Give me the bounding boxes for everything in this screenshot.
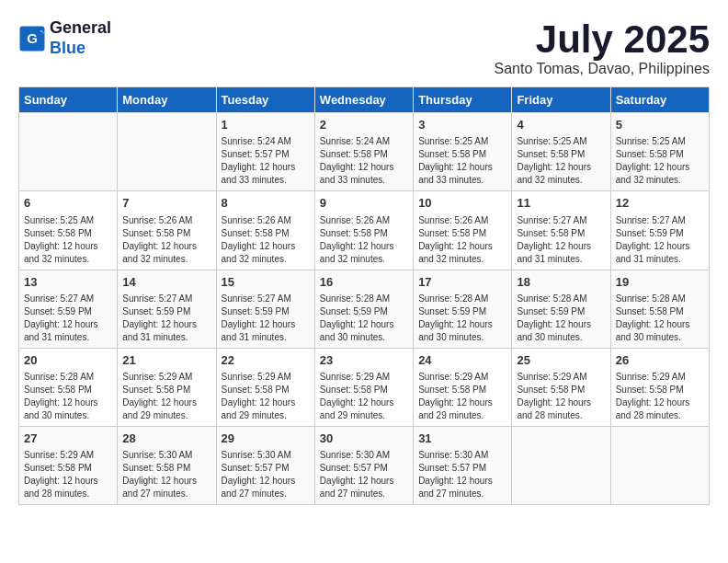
day-info: Sunrise: 5:30 AM Sunset: 5:57 PM Dayligh… xyxy=(418,449,506,500)
day-info: Sunrise: 5:26 AM Sunset: 5:58 PM Dayligh… xyxy=(122,214,210,266)
calendar-cell: 1Sunrise: 5:24 AM Sunset: 5:57 PM Daylig… xyxy=(216,113,314,191)
calendar-cell: 24Sunrise: 5:29 AM Sunset: 5:58 PM Dayli… xyxy=(414,348,512,426)
day-number: 12 xyxy=(616,195,704,212)
day-info: Sunrise: 5:28 AM Sunset: 5:59 PM Dayligh… xyxy=(320,293,408,344)
page-header: G General Blue July 2025 Santo Tomas, Da… xyxy=(18,18,710,77)
day-number: 13 xyxy=(24,274,112,291)
calendar-cell: 28Sunrise: 5:30 AM Sunset: 5:58 PM Dayli… xyxy=(118,426,216,504)
day-header-saturday: Saturday xyxy=(610,87,709,113)
day-info: Sunrise: 5:25 AM Sunset: 5:58 PM Dayligh… xyxy=(24,214,112,266)
day-number: 8 xyxy=(222,195,310,212)
calendar-cell: 5Sunrise: 5:25 AM Sunset: 5:58 PM Daylig… xyxy=(610,113,709,191)
day-number: 3 xyxy=(418,117,506,133)
day-info: Sunrise: 5:29 AM Sunset: 5:58 PM Dayligh… xyxy=(122,371,210,422)
day-number: 22 xyxy=(222,352,310,369)
day-number: 6 xyxy=(24,195,112,212)
day-number: 27 xyxy=(24,431,112,447)
calendar-cell: 4Sunrise: 5:25 AM Sunset: 5:58 PM Daylig… xyxy=(512,113,610,191)
day-number: 30 xyxy=(320,431,408,447)
day-number: 11 xyxy=(517,195,605,212)
day-info: Sunrise: 5:29 AM Sunset: 5:58 PM Dayligh… xyxy=(616,371,704,422)
day-header-thursday: Thursday xyxy=(414,87,512,113)
day-number: 29 xyxy=(222,431,310,447)
day-number: 31 xyxy=(418,431,506,447)
day-info: Sunrise: 5:25 AM Sunset: 5:58 PM Dayligh… xyxy=(616,135,704,187)
calendar-cell: 2Sunrise: 5:24 AM Sunset: 5:58 PM Daylig… xyxy=(314,113,413,191)
day-info: Sunrise: 5:26 AM Sunset: 5:58 PM Dayligh… xyxy=(320,214,408,266)
day-number: 20 xyxy=(24,352,112,369)
day-number: 28 xyxy=(122,431,210,447)
calendar-cell: 6Sunrise: 5:25 AM Sunset: 5:58 PM Daylig… xyxy=(19,191,118,270)
calendar-cell: 10Sunrise: 5:26 AM Sunset: 5:58 PM Dayli… xyxy=(414,191,512,270)
logo: G General Blue xyxy=(18,18,111,58)
calendar-cell xyxy=(118,113,216,191)
day-info: Sunrise: 5:30 AM Sunset: 5:57 PM Dayligh… xyxy=(222,449,310,500)
calendar-week-2: 6Sunrise: 5:25 AM Sunset: 5:58 PM Daylig… xyxy=(19,191,710,270)
calendar-cell: 7Sunrise: 5:26 AM Sunset: 5:58 PM Daylig… xyxy=(118,191,216,270)
calendar-cell: 27Sunrise: 5:29 AM Sunset: 5:58 PM Dayli… xyxy=(19,426,118,504)
day-info: Sunrise: 5:30 AM Sunset: 5:58 PM Dayligh… xyxy=(122,449,210,500)
calendar-cell: 13Sunrise: 5:27 AM Sunset: 5:59 PM Dayli… xyxy=(19,270,118,348)
calendar-cell: 16Sunrise: 5:28 AM Sunset: 5:59 PM Dayli… xyxy=(314,270,413,348)
calendar-body: 1Sunrise: 5:24 AM Sunset: 5:57 PM Daylig… xyxy=(19,113,710,505)
day-number: 10 xyxy=(418,195,506,212)
calendar-cell: 14Sunrise: 5:27 AM Sunset: 5:59 PM Dayli… xyxy=(118,270,216,348)
calendar-cell: 15Sunrise: 5:27 AM Sunset: 5:59 PM Dayli… xyxy=(216,270,314,348)
day-info: Sunrise: 5:29 AM Sunset: 5:58 PM Dayligh… xyxy=(24,449,112,500)
day-info: Sunrise: 5:28 AM Sunset: 5:59 PM Dayligh… xyxy=(517,293,605,344)
day-number: 14 xyxy=(122,274,210,291)
calendar-cell: 23Sunrise: 5:29 AM Sunset: 5:58 PM Dayli… xyxy=(314,348,413,426)
calendar-week-4: 20Sunrise: 5:28 AM Sunset: 5:58 PM Dayli… xyxy=(19,348,710,426)
month-title: July 2025 xyxy=(494,18,710,61)
day-number: 15 xyxy=(222,274,310,291)
day-info: Sunrise: 5:30 AM Sunset: 5:57 PM Dayligh… xyxy=(320,449,408,500)
calendar-table: SundayMondayTuesdayWednesdayThursdayFrid… xyxy=(18,86,710,505)
day-number: 18 xyxy=(517,274,605,291)
calendar-cell: 19Sunrise: 5:28 AM Sunset: 5:58 PM Dayli… xyxy=(610,270,709,348)
day-number: 19 xyxy=(616,274,704,291)
day-number: 23 xyxy=(320,352,408,369)
calendar-cell: 22Sunrise: 5:29 AM Sunset: 5:58 PM Dayli… xyxy=(216,348,314,426)
day-info: Sunrise: 5:29 AM Sunset: 5:58 PM Dayligh… xyxy=(517,371,605,422)
day-number: 9 xyxy=(320,195,408,212)
calendar-cell: 9Sunrise: 5:26 AM Sunset: 5:58 PM Daylig… xyxy=(314,191,413,270)
calendar-week-5: 27Sunrise: 5:29 AM Sunset: 5:58 PM Dayli… xyxy=(19,426,710,504)
calendar-week-3: 13Sunrise: 5:27 AM Sunset: 5:59 PM Dayli… xyxy=(19,270,710,348)
day-header-sunday: Sunday xyxy=(19,87,118,113)
calendar-cell: 3Sunrise: 5:25 AM Sunset: 5:58 PM Daylig… xyxy=(414,113,512,191)
day-info: Sunrise: 5:28 AM Sunset: 5:59 PM Dayligh… xyxy=(418,293,506,344)
day-header-friday: Friday xyxy=(512,87,610,113)
day-info: Sunrise: 5:27 AM Sunset: 5:58 PM Dayligh… xyxy=(517,214,605,266)
calendar-cell: 31Sunrise: 5:30 AM Sunset: 5:57 PM Dayli… xyxy=(414,426,512,504)
day-info: Sunrise: 5:25 AM Sunset: 5:58 PM Dayligh… xyxy=(517,135,605,187)
calendar-header-row: SundayMondayTuesdayWednesdayThursdayFrid… xyxy=(19,87,710,113)
day-info: Sunrise: 5:26 AM Sunset: 5:58 PM Dayligh… xyxy=(222,214,310,266)
calendar-cell: 18Sunrise: 5:28 AM Sunset: 5:59 PM Dayli… xyxy=(512,270,610,348)
day-number: 25 xyxy=(517,352,605,369)
calendar-cell: 25Sunrise: 5:29 AM Sunset: 5:58 PM Dayli… xyxy=(512,348,610,426)
day-info: Sunrise: 5:29 AM Sunset: 5:58 PM Dayligh… xyxy=(418,371,506,422)
day-number: 5 xyxy=(616,117,704,133)
day-info: Sunrise: 5:27 AM Sunset: 5:59 PM Dayligh… xyxy=(122,293,210,344)
calendar-cell: 8Sunrise: 5:26 AM Sunset: 5:58 PM Daylig… xyxy=(216,191,314,270)
day-info: Sunrise: 5:27 AM Sunset: 5:59 PM Dayligh… xyxy=(24,293,112,344)
subtitle: Santo Tomas, Davao, Philippines xyxy=(494,61,710,77)
day-number: 7 xyxy=(122,195,210,212)
day-header-wednesday: Wednesday xyxy=(314,87,413,113)
day-number: 1 xyxy=(222,117,310,133)
logo-text: General Blue xyxy=(50,18,111,58)
day-info: Sunrise: 5:25 AM Sunset: 5:58 PM Dayligh… xyxy=(418,135,506,187)
calendar-cell: 17Sunrise: 5:28 AM Sunset: 5:59 PM Dayli… xyxy=(414,270,512,348)
calendar-cell xyxy=(512,426,610,504)
day-info: Sunrise: 5:28 AM Sunset: 5:58 PM Dayligh… xyxy=(616,293,704,344)
day-number: 17 xyxy=(418,274,506,291)
calendar-week-1: 1Sunrise: 5:24 AM Sunset: 5:57 PM Daylig… xyxy=(19,113,710,191)
day-info: Sunrise: 5:24 AM Sunset: 5:57 PM Dayligh… xyxy=(222,135,310,187)
calendar-cell: 20Sunrise: 5:28 AM Sunset: 5:58 PM Dayli… xyxy=(19,348,118,426)
day-info: Sunrise: 5:29 AM Sunset: 5:58 PM Dayligh… xyxy=(320,371,408,422)
day-info: Sunrise: 5:27 AM Sunset: 5:59 PM Dayligh… xyxy=(616,214,704,266)
title-block: July 2025 Santo Tomas, Davao, Philippine… xyxy=(494,18,710,77)
day-number: 24 xyxy=(418,352,506,369)
day-number: 26 xyxy=(616,352,704,369)
day-number: 2 xyxy=(320,117,408,133)
